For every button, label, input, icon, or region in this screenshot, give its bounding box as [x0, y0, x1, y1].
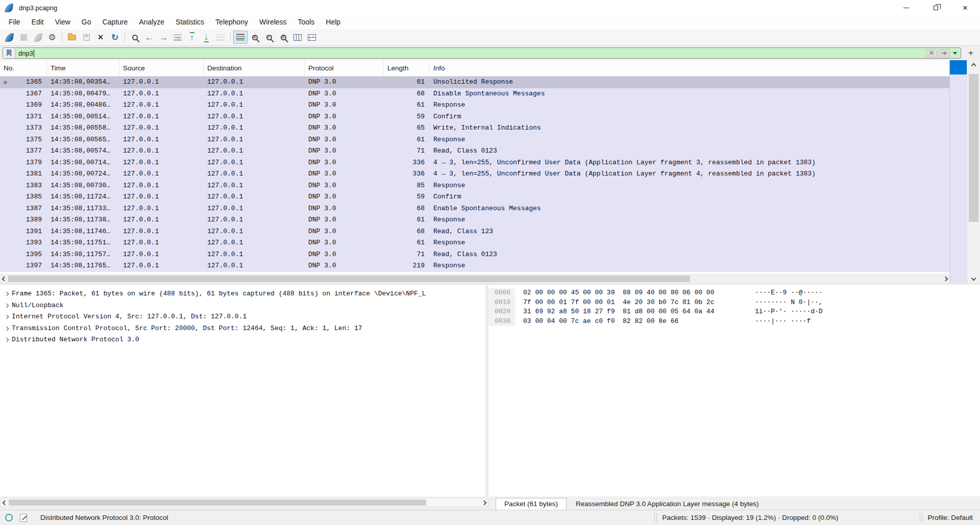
packet-row-1397[interactable]: 139714:35:08,11765…127.0.0.1127.0.0.1DNP…: [0, 260, 949, 272]
menu-view[interactable]: View: [50, 15, 76, 29]
close-button[interactable]: ×: [950, 0, 980, 15]
intelligent-scrollbar-minimap[interactable]: [949, 60, 967, 283]
hex-bytes[interactable]: 02 00 00 00 45 00 00 39 88 09 40 00 80 0…: [515, 288, 755, 298]
column-header-destination[interactable]: Destination: [204, 60, 305, 76]
menu-edit[interactable]: Edit: [26, 15, 50, 29]
detail-line-4[interactable]: Distributed Network Protocol 3.0: [0, 334, 485, 346]
column-header-length[interactable]: Length: [384, 60, 430, 76]
detail-line-3[interactable]: Transmission Control Protocol, Src Port:…: [0, 323, 485, 335]
hex-bytes[interactable]: 7f 00 00 01 7f 00 00 01 4e 20 30 b0 7c 8…: [515, 298, 755, 308]
packet-row-1373[interactable]: 137314:35:08,00558…127.0.0.1127.0.0.1DNP…: [0, 122, 949, 134]
save-file-icon[interactable]: [79, 31, 93, 44]
column-header-no[interactable]: No.: [0, 60, 47, 76]
go-back-icon[interactable]: ←: [142, 31, 156, 44]
auto-scroll-icon[interactable]: [213, 31, 228, 44]
packet-row-1385[interactable]: 138514:35:08,11724…127.0.0.1127.0.0.1DNP…: [0, 191, 949, 203]
layout-columns-icon[interactable]: [305, 31, 319, 44]
expert-info-icon[interactable]: [5, 514, 13, 521]
packet-row-1375[interactable]: 137514:35:08,00565…127.0.0.1127.0.0.1DNP…: [0, 134, 949, 146]
go-last-packet-icon[interactable]: ↓: [199, 31, 213, 44]
go-first-packet-icon[interactable]: ↑: [185, 31, 199, 44]
menu-file[interactable]: File: [3, 15, 26, 29]
packet-row-1369[interactable]: 136914:35:08,00486…127.0.0.1127.0.0.1DNP…: [0, 99, 949, 111]
start-capture-icon[interactable]: [2, 31, 16, 44]
byte-view-tab-0[interactable]: Packet (61 bytes): [496, 498, 567, 510]
packet-row-1393[interactable]: 139314:35:08,11751…127.0.0.1127.0.0.1DNP…: [0, 237, 949, 249]
colorize-icon[interactable]: [233, 31, 248, 44]
details-hscroll-thumb[interactable]: [9, 499, 426, 506]
packet-row-1387[interactable]: 138714:35:08,11733…127.0.0.1127.0.0.1DNP…: [0, 203, 949, 215]
stop-capture-icon[interactable]: [16, 31, 31, 44]
find-packet-icon[interactable]: [128, 31, 142, 44]
column-header-info[interactable]: Info: [430, 60, 949, 76]
detail-line-0[interactable]: Frame 1365: Packet, 61 bytes on wire (48…: [0, 288, 485, 300]
capture-options-icon[interactable]: ⚙: [45, 31, 59, 44]
menu-statistics[interactable]: Statistics: [170, 15, 210, 29]
filter-add-button[interactable]: +: [964, 47, 977, 59]
packet-row-1395[interactable]: 139514:35:08,11757…127.0.0.1127.0.0.1DNP…: [0, 249, 949, 261]
packet-row-1383[interactable]: 138314:35:08,00730…127.0.0.1127.0.0.1DNP…: [0, 180, 949, 192]
column-header-time[interactable]: Time: [47, 60, 119, 76]
column-header-source[interactable]: Source: [119, 60, 204, 76]
details-hscrollbar[interactable]: [0, 498, 488, 507]
expand-chevron-icon[interactable]: [5, 292, 9, 296]
filter-dropdown-caret-icon[interactable]: [953, 52, 957, 55]
scroll-left-icon[interactable]: [0, 274, 8, 283]
restart-capture-icon[interactable]: [31, 31, 45, 44]
menu-telephony[interactable]: Telephony: [210, 15, 254, 29]
expand-chevron-icon[interactable]: [5, 304, 9, 308]
hex-ascii[interactable]: ····|··· ····f: [755, 317, 811, 327]
packet-row-1391[interactable]: 139114:35:08,11746…127.0.0.1127.0.0.1DNP…: [0, 226, 949, 238]
hex-bytes[interactable]: 03 00 04 00 7c ae c0 f0 82 82 00 8e 66: [515, 317, 755, 327]
hex-row-0000[interactable]: 000002 00 00 00 45 00 00 39 88 09 40 00 …: [488, 288, 980, 298]
vscroll-thumb[interactable]: [969, 74, 978, 222]
hex-ascii[interactable]: ····E··9 ··@·····: [755, 288, 823, 298]
display-filter-input[interactable]: dnp3 ✕ ➔: [3, 47, 961, 59]
filter-apply-button[interactable]: ➔: [939, 49, 950, 58]
hex-ascii[interactable]: ········ N 0·|··,: [755, 298, 823, 308]
resize-columns-icon[interactable]: [290, 31, 305, 44]
menu-tools[interactable]: Tools: [292, 15, 321, 29]
packet-row-1365[interactable]: 136514:35:08,00354…127.0.0.1127.0.0.1DNP…: [0, 77, 949, 88]
open-file-icon[interactable]: [65, 31, 79, 44]
zoom-reset-icon[interactable]: =: [276, 31, 290, 44]
details-scroll-right-icon[interactable]: [480, 498, 488, 507]
capture-comment-icon[interactable]: [20, 514, 27, 522]
hex-bytes[interactable]: 31 69 92 a8 50 18 27 f9 81 d8 00 00 05 6…: [515, 307, 755, 317]
zoom-out-icon[interactable]: −: [262, 31, 276, 44]
packet-list-hscrollbar[interactable]: [0, 274, 949, 283]
menu-analyze[interactable]: Analyze: [133, 15, 170, 29]
hscroll-thumb[interactable]: [8, 276, 690, 282]
details-scroll-left-icon[interactable]: [1, 498, 9, 507]
expand-chevron-icon[interactable]: [5, 327, 9, 331]
menu-go[interactable]: Go: [76, 15, 97, 29]
packet-row-1377[interactable]: 137714:35:08,00574…127.0.0.1127.0.0.1DNP…: [0, 145, 949, 157]
scroll-up-icon[interactable]: [967, 61, 980, 69]
packet-row-1371[interactable]: 137114:35:08,00514…127.0.0.1127.0.0.1DNP…: [0, 111, 949, 123]
close-file-icon[interactable]: ×: [93, 31, 108, 44]
packet-row-1367[interactable]: 136714:35:08,00479…127.0.0.1127.0.0.1DNP…: [0, 88, 949, 100]
maximize-button[interactable]: [921, 0, 950, 15]
hex-row-0020[interactable]: 002031 69 92 a8 50 18 27 f9 81 d8 00 00 …: [488, 307, 980, 317]
zoom-in-icon[interactable]: +: [248, 31, 262, 44]
minimize-button[interactable]: [891, 0, 921, 15]
column-header-protocol[interactable]: Protocol: [305, 60, 384, 76]
packet-row-1389[interactable]: 138914:35:08,11738…127.0.0.1127.0.0.1DNP…: [0, 214, 949, 226]
filter-bookmark-button[interactable]: [3, 48, 15, 58]
packet-list-vscrollbar[interactable]: [967, 60, 980, 283]
packet-row-1381[interactable]: 138114:35:08,00724…127.0.0.1127.0.0.1DNP…: [0, 168, 949, 180]
hex-ascii[interactable]: 1i··P·'· ·····d·D: [755, 307, 823, 317]
menu-help[interactable]: Help: [320, 15, 346, 29]
hex-row-0030[interactable]: 003003 00 04 00 7c ae c0 f0 82 82 00 8e …: [488, 317, 980, 327]
go-forward-icon[interactable]: →: [156, 31, 170, 44]
hex-row-0010[interactable]: 00107f 00 00 01 7f 00 00 01 4e 20 30 b0 …: [488, 298, 980, 308]
reload-file-icon[interactable]: ↻: [108, 31, 122, 44]
menu-capture[interactable]: Capture: [96, 15, 133, 29]
expand-chevron-icon[interactable]: [5, 315, 9, 319]
detail-line-2[interactable]: Internet Protocol Version 4, Src: 127.0.…: [0, 311, 485, 323]
byte-view-tab-1[interactable]: Reassembled DNP 3.0 Application Layer me…: [568, 498, 767, 510]
detail-line-1[interactable]: Null/Loopback: [0, 300, 485, 312]
filter-clear-button[interactable]: ✕: [926, 49, 937, 58]
menu-wireless[interactable]: Wireless: [254, 15, 292, 29]
scroll-right-icon[interactable]: [941, 274, 949, 283]
